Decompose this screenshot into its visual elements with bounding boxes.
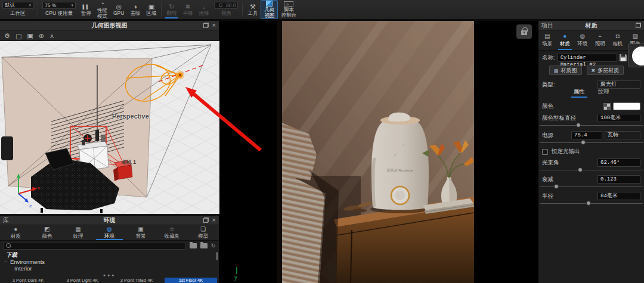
- environment-thumb[interactable]: 3 Point Light 4K: [56, 278, 109, 283]
- library-search[interactable]: [3, 242, 186, 250]
- tree-scrollbar[interactable]: [216, 252, 218, 260]
- radius-value[interactable]: 84毫米: [597, 192, 640, 200]
- dolly-button[interactable]: ↓ 推移: [196, 0, 212, 19]
- material-graph-button[interactable]: ▦ 材质图: [549, 66, 582, 75]
- splitter-handle[interactable]: ●●●: [0, 273, 219, 278]
- fov-control[interactable]: ⊡80.0 视角: [212, 0, 240, 19]
- close-icon[interactable]: ×: [212, 217, 216, 223]
- environment-thumb[interactable]: 3 Point Dark 4K: [2, 278, 54, 283]
- realtime-render-viewport[interactable]: 荣事达 Royalstar ✳ ✳: [219, 21, 538, 283]
- subtab-properties[interactable]: 属性: [572, 88, 586, 97]
- tumble-button[interactable]: ↻ 翻转: [163, 0, 179, 19]
- tree-item-environments[interactable]: − Environments: [0, 259, 219, 265]
- tumble-icon: ↻: [169, 3, 174, 11]
- search-input[interactable]: [14, 243, 183, 249]
- power-unit-dropdown[interactable]: 瓦特: [605, 131, 640, 139]
- radius-label: 半径: [542, 192, 553, 200]
- add-folder-icon[interactable]: [190, 243, 197, 248]
- script-console-button[interactable]: >_ 脚本 控制台: [278, 0, 299, 19]
- geometry-view-button[interactable]: 几何 视图: [261, 0, 278, 19]
- open-folder-icon[interactable]: [200, 243, 208, 248]
- beam-angle-value[interactable]: 62.46°: [597, 158, 640, 167]
- refresh-icon[interactable]: ↻: [211, 243, 216, 249]
- color-swatch[interactable]: [613, 102, 640, 110]
- model-icon: ❏: [200, 226, 206, 232]
- multi-layer-material-button[interactable]: ✖ 多层材质: [587, 66, 624, 75]
- falloff-value[interactable]: 0.123: [597, 175, 640, 184]
- axes-icon[interactable]: ⋏: [49, 30, 54, 41]
- tree-item-interior[interactable]: Interior: [0, 265, 219, 272]
- lock-button[interactable]: [516, 24, 532, 39]
- fov-icon: ⊡: [219, 3, 222, 8]
- pan-button[interactable]: ✖ 平移: [179, 0, 196, 19]
- color-icon: ◩: [44, 226, 49, 232]
- gpu-button[interactable]: ◎ GPU: [110, 0, 127, 19]
- undock-icon[interactable]: [636, 23, 641, 28]
- tab-material[interactable]: ● 材质: [556, 30, 574, 50]
- diameter-slider[interactable]: [540, 123, 643, 128]
- texture-slot-icon[interactable]: [603, 103, 611, 110]
- cpu-usage-selector[interactable]: 75 %▾ CPU 使用量: [40, 0, 78, 19]
- geometry-viewport[interactable]: Perspective Perspective: [0, 41, 219, 214]
- environment-thumb-selected[interactable]: 1st Floor 4K: [165, 278, 217, 283]
- globe-icon: ◍: [107, 226, 112, 232]
- tab-colors[interactable]: ◩ 颜色: [31, 225, 62, 240]
- close-icon[interactable]: ×: [212, 23, 216, 28]
- tab-backplates[interactable]: ▣ 背景: [125, 225, 156, 240]
- camera-label: 相机 1: [121, 159, 136, 165]
- denoise-button[interactable]: ◑ 去噪: [127, 0, 143, 19]
- constant-output-checkbox[interactable]: [542, 149, 548, 155]
- frame-icon[interactable]: ▣: [27, 30, 33, 41]
- move-icon[interactable]: ⊕: [39, 30, 44, 41]
- tab-environment[interactable]: ◍ 环境: [574, 30, 592, 50]
- name-label: 名称:: [542, 54, 555, 62]
- axis-z-label: z: [29, 203, 32, 209]
- cube-icon[interactable]: ▢: [16, 30, 21, 41]
- pause-icon: ▌▌: [83, 3, 90, 11]
- beam-angle-slider[interactable]: [540, 167, 643, 173]
- material-type-dropdown[interactable]: 聚光灯: [597, 80, 640, 89]
- workspace-value[interactable]: 默认: [5, 2, 15, 9]
- subtab-textures[interactable]: 纹理: [597, 88, 611, 97]
- save-material-icon[interactable]: [620, 54, 627, 61]
- constant-output-label: 恒定光输出: [552, 148, 580, 156]
- search-icon: [6, 243, 11, 248]
- collapse-icon[interactable]: −: [4, 259, 8, 265]
- cpu-usage-value[interactable]: 75 %: [45, 2, 56, 8]
- falloff-slider[interactable]: [540, 184, 643, 189]
- settings-icon[interactable]: ⚙: [4, 30, 10, 41]
- tab-lighting[interactable]: ⌁ 照明: [592, 30, 609, 50]
- gpu-icon: ◎: [116, 3, 122, 11]
- power-value[interactable]: 75.4: [571, 131, 602, 139]
- material-preview[interactable]: [628, 43, 644, 67]
- environment-thumbnails: 3 Point Dark 4K 3 Point Light 4K 3 Point…: [0, 278, 219, 283]
- denoise-icon: ◑: [134, 3, 138, 11]
- tab-textures[interactable]: ▦ 纹理: [63, 225, 94, 240]
- tools-button[interactable]: ⚒ 工具: [244, 0, 261, 19]
- tree-item-downloads[interactable]: 下载: [0, 252, 219, 259]
- undock-icon[interactable]: [203, 217, 209, 223]
- tab-materials[interactable]: ● 材质: [0, 225, 31, 240]
- region-button[interactable]: ▣ 区域: [143, 0, 159, 19]
- material-name-input[interactable]: Cylinder Material #2: [558, 54, 617, 62]
- workspace-selector[interactable]: 默认▾ 工作区: [0, 0, 36, 19]
- tab-favorites[interactable]: ☆ 收藏夹: [156, 225, 187, 240]
- tab-environments[interactable]: ◍ 环境: [94, 225, 125, 240]
- library-dock-label: 库: [3, 216, 23, 225]
- fov-label: 视角: [221, 10, 231, 17]
- undock-icon[interactable]: [203, 23, 209, 28]
- tab-scene[interactable]: ▤ 场景: [538, 30, 556, 50]
- tab-camera[interactable]: ◘ 相机: [609, 30, 627, 50]
- radius-slider[interactable]: [540, 201, 643, 206]
- color-label: 颜色: [542, 102, 553, 110]
- keyshot-window: 默认▾ 工作区 75 %▾ CPU 使用量 ▌▌ 暂停 ◔ 性能 模式 ◎ GP…: [0, 0, 644, 283]
- pause-button[interactable]: ▌▌ 暂停: [78, 0, 94, 19]
- diameter-value[interactable]: 100毫米: [597, 114, 640, 122]
- bulb-icon: ⌁: [598, 33, 602, 39]
- power-slider[interactable]: [540, 140, 643, 145]
- pan-icon: ✖: [185, 3, 190, 11]
- fov-value[interactable]: 80.0: [226, 2, 236, 8]
- environment-thumb[interactable]: 3 Point Tilted 4K: [110, 278, 163, 283]
- performance-mode-button[interactable]: ◔ 性能 模式: [94, 0, 110, 19]
- tab-models[interactable]: ❏ 模型: [188, 225, 219, 240]
